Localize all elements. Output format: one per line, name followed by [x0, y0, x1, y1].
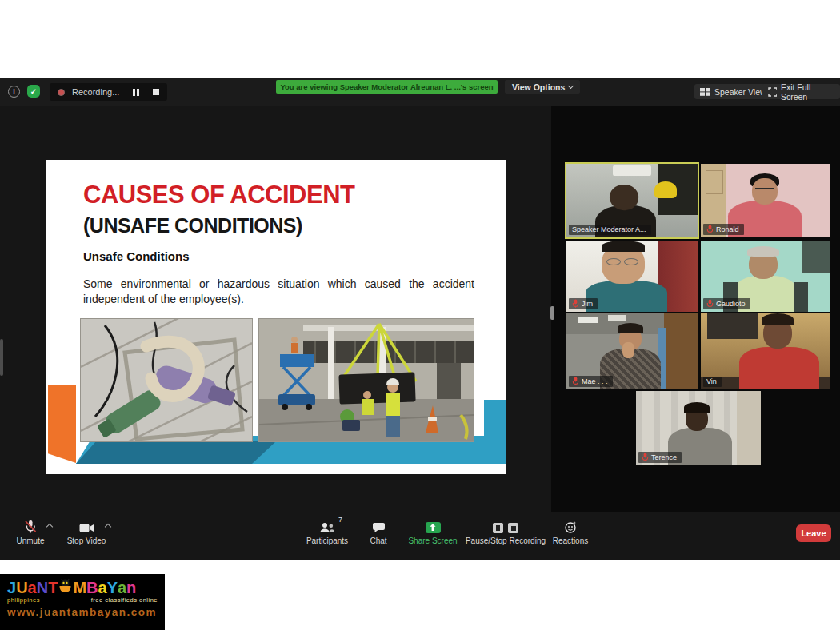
muted-mic-icon: [572, 377, 579, 385]
participant-tile[interactable]: Speaker Moderator A...: [565, 162, 699, 239]
pause-recording-button-icon[interactable]: [493, 523, 503, 533]
participant-name-label: Gaudioto: [703, 298, 750, 309]
slide-blue-accent-right: [484, 400, 506, 440]
brand-url: www.juantambayan.com: [7, 606, 158, 618]
mascot-icon: [58, 578, 72, 596]
participant-name-label: Vin: [703, 377, 722, 387]
chat-label: Chat: [370, 536, 386, 545]
slide-body-text: Some environmental or hazardous situatio…: [83, 277, 474, 308]
leave-button[interactable]: Leave: [796, 524, 831, 542]
meeting-info-icon[interactable]: i: [8, 86, 20, 98]
participant-name-label: Ronald: [703, 224, 744, 235]
encryption-shield-icon[interactable]: ✓: [27, 85, 40, 98]
viewing-screen-banner: You are viewing Speaker Moderator Alreun…: [276, 80, 498, 94]
participant-tile[interactable]: Terence: [636, 391, 761, 465]
participant-name-label: Jim: [569, 298, 598, 309]
share-screen-icon: [426, 520, 441, 533]
participant-name: Jim: [582, 300, 593, 308]
slide-title: CAUSES OF ACCIDENT: [83, 181, 354, 209]
muted-mic-icon: [706, 299, 714, 308]
brand-letters-left: JUaNT: [7, 580, 58, 596]
exit-full-screen-label: Exit Full Screen: [781, 82, 834, 102]
juantambayan-watermark: JUaNT MBaYan philippines free classified…: [0, 574, 165, 630]
muted-mic-icon: [572, 299, 579, 308]
participant-name: Ronald: [716, 225, 739, 233]
exit-full-screen-button[interactable]: Exit Full Screen: [762, 84, 840, 99]
participant-name: Terence: [651, 453, 677, 461]
speaker-view-label: Speaker View: [714, 87, 766, 97]
muted-mic-icon: [642, 453, 649, 461]
reactions-label: Reactions: [553, 536, 588, 545]
share-screen-label: Share Screen: [408, 536, 457, 545]
reactions-smiley-icon: [564, 520, 577, 533]
photo-unsafe-tools: [80, 318, 253, 442]
stop-recording-button-icon[interactable]: [508, 523, 518, 533]
recording-indicator: Recording...: [50, 83, 167, 101]
brand-tagline-right: free classifieds online: [91, 596, 158, 604]
participants-icon: 7: [319, 520, 335, 533]
participants-count-badge: 7: [338, 516, 342, 524]
recording-label: Recording...: [72, 87, 119, 97]
participant-tile[interactable]: Vin: [701, 313, 830, 389]
unmute-label: Unmute: [16, 536, 44, 545]
stop-video-button[interactable]: Stop Video: [64, 520, 109, 545]
left-edge-scrollbar[interactable]: [0, 339, 3, 376]
stop-recording-icon[interactable]: [153, 89, 159, 95]
slide-teal-trapezoid: [76, 441, 276, 464]
exit-full-screen-icon: [768, 87, 777, 97]
presentation-slide: CAUSES OF ACCIDENT (UNSAFE CONDITIONS) U…: [46, 160, 506, 474]
video-camera-icon: [79, 520, 94, 533]
screenshot-root: i ✓ Recording... You are viewing Speaker…: [0, 0, 840, 630]
reactions-button[interactable]: Reactions: [550, 520, 591, 545]
chat-bubble-icon: [372, 520, 386, 533]
participant-name: Vin: [706, 377, 717, 385]
brand-letters-right: MBaYan: [73, 580, 136, 596]
pause-recording-icon[interactable]: [133, 89, 139, 96]
view-options-button[interactable]: View Options: [505, 80, 580, 94]
participant-tile[interactable]: Jim: [566, 241, 698, 312]
pause-stop-recording-label: Pause/Stop Recording: [466, 536, 546, 545]
slide-subtitle: (UNSAFE CONDITIONS): [83, 214, 302, 237]
chat-button[interactable]: Chat: [362, 520, 394, 545]
participant-name: Mae . . .: [582, 377, 608, 385]
grid-view-icon: [700, 88, 710, 96]
slide-orange-accent-shape: [48, 385, 76, 463]
brand-tagline-left: philippines: [7, 596, 40, 604]
participants-label: Participants: [306, 536, 348, 545]
muted-mic-slash-icon: [24, 520, 37, 533]
chevron-down-icon: [568, 83, 574, 89]
stop-video-label: Stop Video: [67, 536, 106, 545]
unmute-button[interactable]: Unmute: [10, 520, 51, 545]
participants-button[interactable]: 7 Participants: [299, 520, 355, 545]
participant-name: Speaker Moderator A...: [572, 225, 646, 233]
participant-tile[interactable]: Mae . . .: [566, 313, 698, 389]
pane-scrollbar[interactable]: [550, 306, 554, 320]
slide-heading: Unsafe Conditions: [83, 249, 190, 263]
participant-tile[interactable]: Ronald: [701, 164, 830, 237]
brand-wordmark: JUaNT MBaYan: [7, 578, 158, 596]
photo-crane-lift: [258, 318, 474, 442]
participant-tile[interactable]: Gaudioto: [701, 241, 830, 312]
pause-stop-recording-button[interactable]: Pause/Stop Recording: [462, 520, 550, 545]
recording-dot-icon: [58, 89, 65, 96]
speaker-view-button[interactable]: Speaker View: [694, 84, 772, 99]
participant-name-label: Speaker Moderator A...: [569, 225, 651, 235]
participant-name: Gaudioto: [716, 300, 746, 308]
view-options-label: View Options: [512, 82, 565, 92]
muted-mic-icon: [706, 225, 714, 233]
share-screen-button[interactable]: Share Screen: [405, 520, 461, 545]
participant-name-label: Terence: [638, 452, 682, 463]
participant-name-label: Mae . . .: [569, 376, 613, 387]
